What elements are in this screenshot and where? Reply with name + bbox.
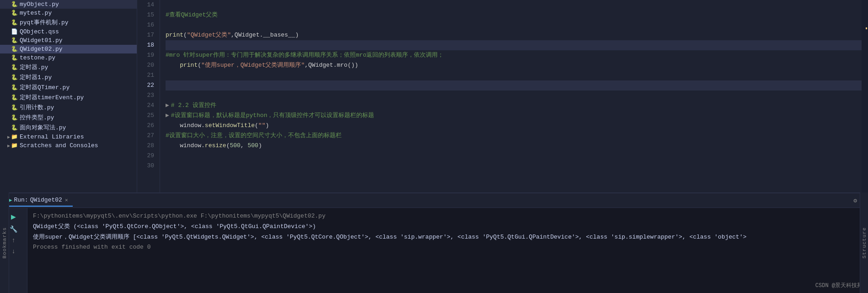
sidebar-item-label: 定时器timerEvent.py (20, 93, 84, 101)
bottom-panel: ▶ Run: QWidget02 ✕ ⚙ — ▶ 🔧 ↑ ↓ F:\python… (0, 192, 868, 293)
scroll-down-button[interactable]: ↓ (11, 248, 15, 255)
line-num-19: 19 (137, 50, 154, 60)
code-line-21 (166, 70, 862, 80)
run-label: Run: (14, 197, 28, 203)
arrow-right-icon: ▶ (7, 134, 10, 140)
line-num-25: 25 (137, 111, 154, 121)
line-num-22: 22 (137, 80, 154, 91)
sidebar-item-scratches-consoles[interactable]: ▶ 📁 Scratches and Consoles (0, 141, 137, 150)
code-line-15: #查看QWidget父类 (166, 10, 862, 20)
code-line-30 (166, 161, 862, 171)
py-icon: 🐍 (11, 64, 18, 71)
sidebar-item-label: testone.py (20, 54, 55, 61)
sidebar-item-timer-qtimer[interactable]: 🐍 定时器QTimer.py (0, 82, 137, 92)
line-num-28: 28 (137, 141, 154, 151)
line-numbers: 14 15 16 17 18 19 20 21 22 23 24 25 26 2… (137, 0, 160, 192)
sidebar-item-qwidget01[interactable]: 🐍 QWidget01.py (0, 36, 137, 45)
code-line-17: print("QWidget父类",QWidget.__bases__) (166, 30, 862, 40)
sidebar-item-widget-type[interactable]: 🐍 控件类型.py (0, 112, 137, 123)
sidebar-item-label: 定时器QTimer.py (20, 83, 70, 91)
py-icon: 🐍 (11, 104, 18, 111)
line-num-21: 21 (137, 70, 154, 80)
watermark: CSDN @景天科技苑 (815, 282, 863, 289)
py-icon: 🐍 (11, 10, 18, 16)
process-done-line: Process finished with exit code 0 (33, 243, 863, 252)
sidebar-item-external-libs[interactable]: ▶ 📁 External Libraries (0, 133, 137, 141)
sidebar-item-label: QWidget01.py (20, 37, 63, 44)
line-num-20: 20 (137, 60, 154, 70)
sidebar-item-refcount[interactable]: 🐍 引用计数.py (0, 102, 137, 112)
terminal-output: F:\pythonitems\mypyqt5\.env\Scripts\pyth… (27, 208, 868, 293)
code-line-23 (166, 91, 862, 101)
output-line-1: QWidget父类 (<class 'PyQt5.QtCore.QObject'… (33, 222, 863, 232)
line-num-29: 29 (137, 151, 154, 161)
line-num-27: 27 (137, 131, 154, 141)
code-line-28: window.resize(500, 500) (166, 141, 862, 151)
sidebar-item-myobject[interactable]: 🐍 myObject.py (0, 0, 137, 9)
sidebar-item-label: QWidget02.py (20, 46, 63, 53)
code-lines[interactable]: #查看QWidget父类 print("QWidget父类",QWidget._… (160, 0, 862, 192)
code-container[interactable]: 14 15 16 17 18 19 20 21 22 23 24 25 26 2… (137, 0, 862, 192)
qss-icon: 📄 (11, 28, 18, 35)
sidebar-item-pyqt-event[interactable]: 🐍 pyqt事件机制.py (0, 17, 137, 27)
code-line-24: ▶# 2.2 设置控件 (166, 101, 862, 111)
tab-label: QWidget02 (30, 197, 62, 203)
code-line-25: ▶#设置窗口标题，默认标题是python，只有顶级控件才可以设置标题栏的标题 (166, 111, 862, 121)
scroll-up-button[interactable]: ↑ (11, 237, 15, 244)
run-tab[interactable]: ▶ Run: QWidget02 ✕ (4, 194, 73, 207)
line-num-26: 26 (137, 121, 154, 131)
py-icon: 🐍 (11, 54, 18, 61)
sidebar-item-oop[interactable]: 🐍 面向对象写法.py (0, 123, 137, 133)
py-icon: 🐍 (11, 46, 18, 53)
sidebar-item-label: 控件类型.py (20, 113, 54, 122)
line-num-15: 15 (137, 10, 154, 20)
sidebar-item-label: mytest.py (20, 10, 52, 16)
sidebar-item-label: pyqt事件机制.py (20, 18, 69, 27)
py-icon: 🐍 (11, 37, 18, 44)
sidebar-item-label: Scratches and Consoles (20, 142, 98, 149)
py-icon: 🐍 (11, 19, 18, 26)
code-line-18 (166, 40, 862, 50)
folder-icon: 📁 (11, 142, 18, 149)
path-line: F:\pythonitems\mypyqt5\.env\Scripts\pyth… (33, 212, 863, 221)
sidebar: 🐍 myObject.py 🐍 mytest.py 🐍 pyqt事件机制.py … (0, 0, 137, 192)
sidebar-item-mytest[interactable]: 🐍 mytest.py (0, 9, 137, 17)
wrench-button[interactable]: 🔧 (10, 225, 17, 233)
bottom-tabs: ▶ Run: QWidget02 ✕ ⚙ — (0, 193, 868, 208)
bookmarks-bar: Bookmarks (0, 192, 9, 293)
folder-icon: 📁 (11, 133, 18, 140)
line-num-30: 30 (137, 161, 154, 171)
py-icon: 🐍 (11, 94, 18, 101)
code-line-16 (166, 20, 862, 30)
sidebar-item-label: 定时器1.py (20, 73, 52, 81)
sidebar-item-testone[interactable]: 🐍 testone.py (0, 53, 137, 62)
play-button[interactable]: ▶ (11, 212, 16, 222)
bottom-content: ▶ 🔧 ↑ ↓ F:\pythonitems\mypyqt5\.env\Scri… (0, 208, 868, 293)
arrow-right-icon: ▶ (7, 143, 10, 149)
code-line-27: #设置窗口大小，注意，设置的空间尺寸大小，不包含上面的标题栏 (166, 131, 862, 141)
line-num-17: 17 (137, 30, 154, 40)
py-icon: 🐍 (11, 114, 18, 121)
sidebar-item-label: myObject.py (20, 1, 59, 8)
editor-area: 14 15 16 17 18 19 20 21 22 23 24 25 26 2… (137, 0, 862, 192)
settings-icon[interactable]: ⚙ (853, 197, 857, 204)
sidebar-item-label: 定时器.py (20, 63, 48, 71)
tab-close-button[interactable]: ✕ (65, 197, 68, 203)
sidebar-item-label: 引用计数.py (20, 103, 54, 112)
code-line-22 (166, 80, 862, 91)
right-scrollbar[interactable] (862, 0, 868, 192)
sidebar-item-timer-timerevent[interactable]: 🐍 定时器timerEvent.py (0, 92, 137, 102)
py-icon: 🐍 (11, 124, 18, 131)
line-num-23: 23 (137, 91, 154, 101)
sidebar-item-label: External Libraries (20, 133, 84, 140)
line-num-16: 16 (137, 20, 154, 30)
code-line-14 (166, 0, 862, 10)
sidebar-item-label: 面向对象写法.py (20, 123, 66, 132)
sidebar-item-qwidget02[interactable]: 🐍 QWidget02.py (0, 45, 137, 53)
py-icon: 🐍 (11, 1, 18, 8)
sidebar-item-qobject-qss[interactable]: 📄 QObject.qss (0, 27, 137, 36)
line-num-18: 18 (137, 40, 154, 50)
py-icon: 🐍 (11, 84, 18, 91)
sidebar-item-timer1[interactable]: 🐍 定时器1.py (0, 72, 137, 82)
sidebar-item-timer[interactable]: 🐍 定时器.py (0, 62, 137, 72)
